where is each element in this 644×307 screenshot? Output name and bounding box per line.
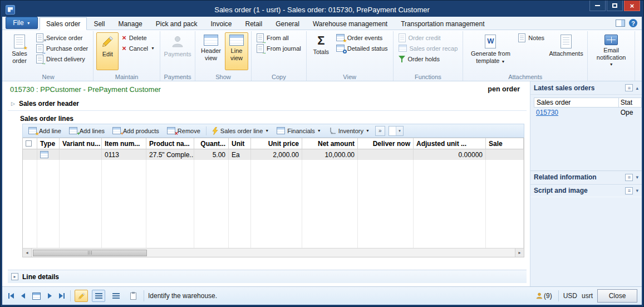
- sales-order-header-section[interactable]: ▷ Sales order header: [8, 97, 527, 111]
- purchase-order-button[interactable]: → Purchase order: [34, 43, 90, 53]
- service-order-button[interactable]: * Service order: [34, 32, 85, 43]
- inventory-menu-button[interactable]: Inventory ▼: [326, 126, 373, 135]
- tab-sales-order[interactable]: Sales order: [40, 17, 87, 30]
- tab-pick-and-pack[interactable]: Pick and pack: [149, 17, 204, 30]
- expand-right-icon[interactable]: ▷: [11, 101, 15, 106]
- factbox-menu-icon[interactable]: ≡: [625, 84, 633, 91]
- sales-order-line-menu-button[interactable]: Sales order line ▼: [209, 126, 272, 136]
- col-deliver-now[interactable]: Deliver now: [358, 138, 414, 149]
- grid-view-toggle[interactable]: [92, 290, 105, 302]
- row-type-cell[interactable]: [37, 149, 60, 160]
- add-lines-button[interactable]: + Add lines: [66, 126, 108, 135]
- first-record-button[interactable]: [7, 292, 16, 300]
- col-product-name[interactable]: Product na...: [146, 138, 194, 149]
- col-unit[interactable]: Unit: [229, 138, 251, 149]
- combo-caret-icon[interactable]: ▼: [396, 126, 403, 135]
- add-products-button[interactable]: + Add products: [109, 126, 163, 135]
- tab-warehouse-management[interactable]: Warehouse management: [306, 17, 394, 30]
- select-all-cell[interactable]: [23, 138, 37, 149]
- tab-manage[interactable]: Manage: [111, 17, 149, 30]
- direct-delivery-button[interactable]: → Direct delivery: [34, 53, 87, 64]
- col-net-amount[interactable]: Net amount: [302, 138, 358, 149]
- close-button[interactable]: Close: [597, 289, 637, 303]
- generate-from-template-button[interactable]: W Generate from template ▼: [466, 32, 515, 70]
- select-all-checkbox[interactable]: [26, 140, 32, 147]
- col-quantity[interactable]: Quant...: [194, 138, 229, 149]
- header-view-button[interactable]: Header view: [198, 32, 224, 70]
- expand-icon[interactable]: ▾: [636, 174, 638, 180]
- details-view-toggle[interactable]: [109, 290, 122, 302]
- row-unit-price-cell[interactable]: 2,000.00: [251, 149, 302, 160]
- file-menu-button[interactable]: File ▼: [6, 17, 38, 29]
- table-row[interactable]: 0113 27.5" Comple... 5.00 Ea 2,000.00 10…: [23, 149, 524, 160]
- tab-retail[interactable]: Retail: [239, 17, 269, 30]
- col-type[interactable]: Type: [37, 138, 60, 149]
- row-select-cell[interactable]: [23, 149, 37, 160]
- new-sales-order-button[interactable]: ★ Sales order: [6, 32, 33, 70]
- toolbar-combo-box[interactable]: ▼: [389, 126, 404, 136]
- notifications-button[interactable]: (9): [534, 291, 554, 301]
- delete-button[interactable]: × Delete: [120, 32, 149, 43]
- tab-invoice[interactable]: Invoice: [204, 17, 238, 30]
- cancel-button[interactable]: × Cancel ▼: [120, 43, 157, 53]
- scroll-right-arrow[interactable]: ▸: [515, 248, 524, 257]
- row-net-amount-cell[interactable]: 10,000.00: [302, 149, 358, 160]
- col-item-number[interactable]: Item num...: [102, 138, 146, 149]
- expand-box-icon[interactable]: ▸: [11, 273, 18, 280]
- email-notification-button[interactable]: Email notification ▼: [591, 32, 632, 70]
- tab-general[interactable]: General: [269, 17, 306, 30]
- row-unit-cell[interactable]: Ea: [229, 149, 251, 160]
- minimize-button[interactable]: [589, 1, 606, 11]
- row-sale-cell[interactable]: [486, 149, 524, 160]
- line-view-button[interactable]: Line view: [225, 32, 248, 70]
- currency-indicator[interactable]: USD: [563, 292, 577, 300]
- grid-view-button[interactable]: [31, 291, 42, 301]
- close-window-button[interactable]: ×: [624, 1, 640, 11]
- financials-menu-button[interactable]: Financials ▼: [273, 126, 324, 135]
- from-journal-button[interactable]: → From journal: [254, 43, 303, 53]
- sales-order-link[interactable]: 015730: [536, 109, 558, 116]
- scroll-left-arrow[interactable]: ◂: [23, 248, 32, 257]
- user-indicator[interactable]: usrt: [582, 292, 593, 300]
- row-deliver-now-cell[interactable]: [358, 149, 414, 160]
- expand-icon[interactable]: ▾: [636, 188, 638, 193]
- previous-record-button[interactable]: [19, 292, 27, 300]
- factbox-menu-icon[interactable]: ≡: [625, 187, 633, 194]
- line-details-section[interactable]: ▸ Line details: [8, 270, 527, 283]
- row-item-number-cell[interactable]: 0113: [102, 149, 146, 160]
- scrollbar-thumb[interactable]: [33, 250, 147, 256]
- script-and-image-header[interactable]: Script and image ≡ ▾: [530, 184, 642, 197]
- last-record-button[interactable]: [57, 292, 66, 300]
- order-events-button[interactable]: ★ Order events: [334, 32, 385, 43]
- row-product-name-cell[interactable]: 27.5" Comple...: [146, 149, 194, 160]
- edit-mode-toggle[interactable]: [75, 290, 88, 302]
- next-record-button[interactable]: [46, 292, 53, 300]
- row-quantity-cell[interactable]: 5.00: [194, 149, 229, 160]
- totals-button[interactable]: Σ Totals: [309, 32, 333, 70]
- remove-button[interactable]: × Remove: [164, 126, 204, 135]
- add-line-button[interactable]: ★ Add line: [25, 126, 65, 135]
- col-variant-number[interactable]: Variant nu...: [60, 138, 102, 149]
- row-adjusted-unit-cell[interactable]: 0.00000: [414, 149, 486, 160]
- row-variant-cell[interactable]: [60, 149, 102, 160]
- col-adjusted-unit[interactable]: Adjusted unit ...: [414, 138, 486, 149]
- tab-transportation-management[interactable]: Transportation management: [394, 17, 491, 30]
- notes-button[interactable]: Notes: [516, 32, 547, 43]
- edit-button[interactable]: Edit: [96, 32, 119, 70]
- toolbar-overflow-button[interactable]: »: [375, 126, 385, 136]
- help-icon[interactable]: ?: [629, 19, 637, 27]
- from-all-button[interactable]: → From all: [254, 32, 291, 43]
- title-bar[interactable]: Sales order (1 - usrt) - Sales order: 01…: [2, 2, 642, 17]
- col-sale[interactable]: Sale: [486, 138, 524, 149]
- maximize-button[interactable]: [607, 1, 623, 11]
- col-unit-price[interactable]: Unit price: [251, 138, 302, 149]
- detailed-status-button[interactable]: Detailed status: [334, 43, 390, 53]
- horizontal-scrollbar[interactable]: ◂ ▸: [23, 248, 524, 257]
- collapse-icon[interactable]: ▴: [636, 85, 638, 91]
- clipboard-button[interactable]: [126, 290, 140, 302]
- related-information-header[interactable]: Related information ≡ ▾: [530, 170, 642, 184]
- layout-toggle-icon[interactable]: [616, 20, 625, 27]
- latest-sales-orders-header[interactable]: Latest sales orders ≡ ▴: [530, 81, 642, 95]
- factbox-menu-icon[interactable]: ≡: [625, 174, 633, 181]
- tab-sell[interactable]: Sell: [87, 17, 111, 30]
